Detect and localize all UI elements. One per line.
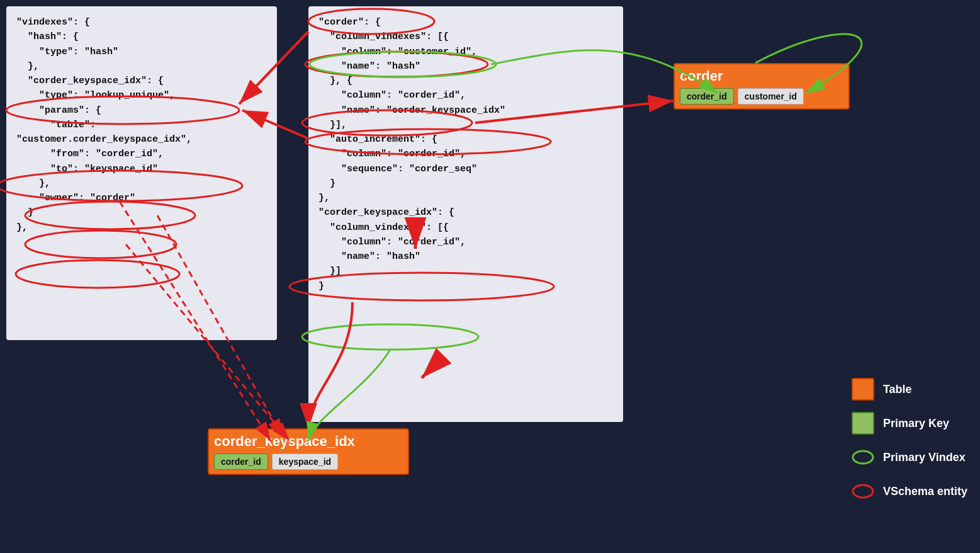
legend-primary-vindex-icon (852, 446, 874, 469)
legend: Table Primary Key Primary Vindex VSchema… (852, 378, 967, 503)
legend-item-table: Table (852, 378, 967, 401)
legend-table-label: Table (883, 383, 912, 396)
corder-keyspace-idx-columns: corder_id keyspace_id (214, 453, 403, 470)
corder-table-title: corder (680, 68, 843, 84)
corder-col-customer-id: customer_id (738, 88, 804, 105)
ckidx-col-corder-id: corder_id (214, 453, 268, 470)
corder-table-columns: corder_id customer_id (680, 88, 843, 105)
corder-col-corder-id: corder_id (680, 88, 734, 105)
corder-table-box: corder corder_id customer_id (673, 63, 850, 110)
legend-pk-icon (852, 412, 874, 435)
corder-keyspace-idx-title: corder_keyspace_idx (214, 433, 403, 450)
legend-pk-label: Primary Key (883, 417, 949, 430)
legend-primary-vindex-label: Primary Vindex (883, 451, 966, 464)
legend-table-icon (852, 378, 874, 401)
left-code-panel: "vindexes": { "hash": { "type": "hash" }… (6, 6, 277, 340)
left-code-text: "vindexes": { "hash": { "type": "hash" }… (16, 15, 267, 235)
legend-item-vschema-entity: VSchema entity (852, 480, 967, 503)
corder-keyspace-idx-table-box: corder_keyspace_idx corder_id keyspace_i… (208, 428, 409, 475)
legend-item-pk: Primary Key (852, 412, 967, 435)
legend-vschema-entity-label: VSchema entity (883, 485, 967, 498)
legend-vschema-entity-icon (852, 480, 874, 503)
right-code-panel: "corder": { "column_vindexes": [{ "colum… (308, 6, 623, 422)
right-code-text: "corder": { "column_vindexes": [{ "colum… (318, 15, 613, 294)
svg-point-0 (853, 451, 873, 464)
legend-item-primary-vindex: Primary Vindex (852, 446, 967, 469)
ckidx-col-keyspace-id: keyspace_id (272, 453, 338, 470)
svg-point-1 (853, 485, 873, 498)
